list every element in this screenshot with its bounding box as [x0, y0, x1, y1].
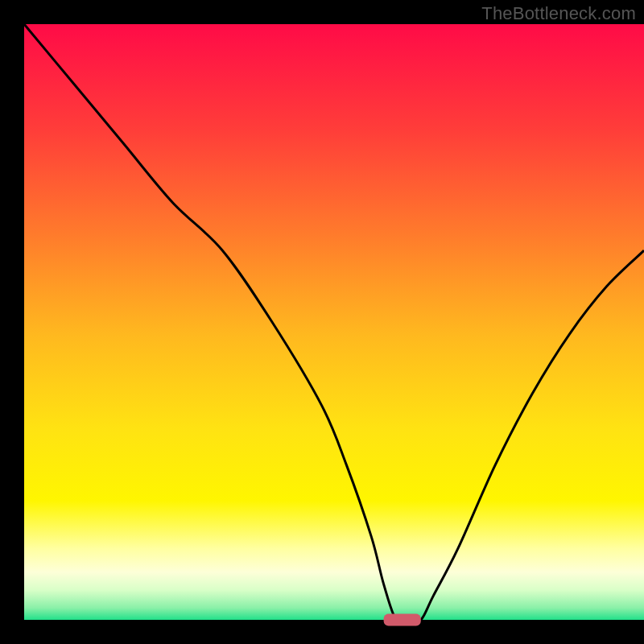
- bottleneck-chart: [0, 0, 644, 644]
- gradient-background: [24, 24, 644, 620]
- chart-frame: TheBottleneck.com: [0, 0, 644, 644]
- optimal-marker: [384, 614, 421, 626]
- watermark-text: TheBottleneck.com: [481, 3, 636, 24]
- frame-bottom: [0, 620, 644, 644]
- frame-left: [0, 0, 24, 644]
